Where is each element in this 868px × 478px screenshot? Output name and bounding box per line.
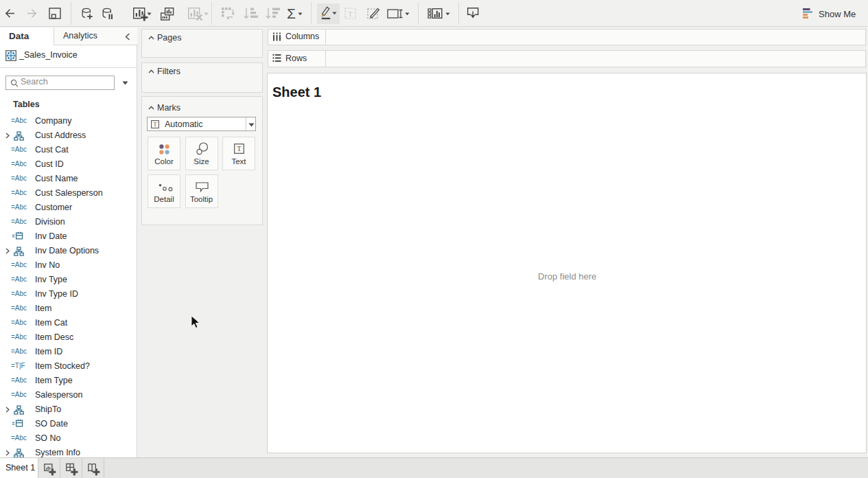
svg-text:T: T [237, 145, 242, 152]
svg-text:T: T [153, 121, 157, 128]
svg-text:T: T [348, 10, 352, 18]
